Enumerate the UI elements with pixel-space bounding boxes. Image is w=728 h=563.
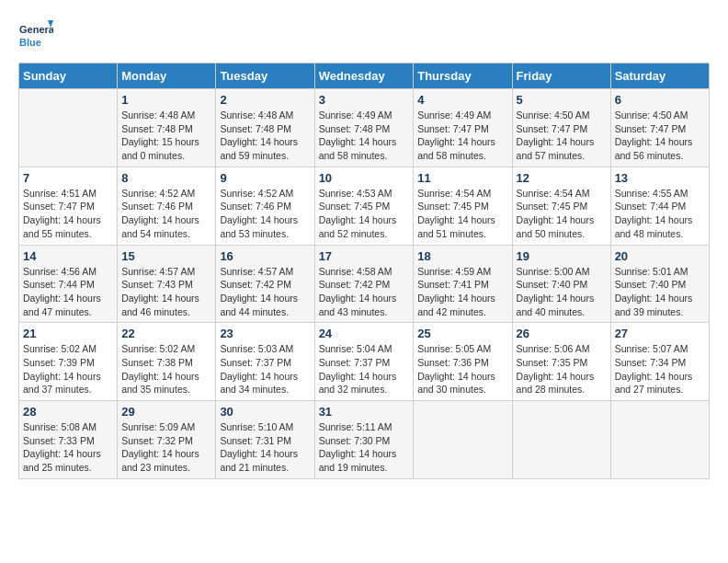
day-info: Sunrise: 4:59 AMSunset: 7:41 PMDaylight:… bbox=[417, 265, 507, 319]
calendar-cell: 10Sunrise: 4:53 AMSunset: 7:45 PMDayligh… bbox=[314, 167, 414, 245]
day-info: Sunrise: 5:11 AMSunset: 7:30 PMDaylight:… bbox=[319, 420, 410, 475]
day-info: Sunrise: 4:50 AMSunset: 7:47 PMDaylight:… bbox=[517, 109, 607, 163]
calendar-cell: 5Sunrise: 4:50 AMSunset: 7:47 PMDaylight… bbox=[512, 89, 610, 167]
calendar-cell bbox=[512, 401, 610, 479]
day-info: Sunrise: 4:58 AMSunset: 7:42 PMDaylight:… bbox=[319, 265, 410, 319]
day-info: Sunrise: 5:08 AMSunset: 7:33 PMDaylight:… bbox=[23, 420, 113, 475]
header-day-thursday: Thursday bbox=[414, 63, 512, 89]
day-info: Sunrise: 4:52 AMSunset: 7:46 PMDaylight:… bbox=[220, 187, 310, 241]
calendar-table: SundayMondayTuesdayWednesdayThursdayFrid… bbox=[18, 63, 710, 479]
day-number: 13 bbox=[615, 171, 705, 185]
calendar-cell: 27Sunrise: 5:07 AMSunset: 7:34 PMDayligh… bbox=[610, 323, 709, 401]
calendar-cell bbox=[414, 401, 512, 479]
day-info: Sunrise: 5:05 AMSunset: 7:36 PMDaylight:… bbox=[417, 342, 507, 396]
calendar-cell: 26Sunrise: 5:06 AMSunset: 7:35 PMDayligh… bbox=[512, 323, 610, 401]
day-number: 19 bbox=[517, 249, 607, 263]
day-number: 25 bbox=[417, 327, 507, 340]
day-number: 9 bbox=[220, 171, 310, 185]
header-day-sunday: Sunday bbox=[19, 63, 118, 89]
day-info: Sunrise: 4:49 AMSunset: 7:48 PMDaylight:… bbox=[319, 109, 410, 163]
day-info: Sunrise: 5:01 AMSunset: 7:40 PMDaylight:… bbox=[615, 265, 705, 319]
calendar-cell: 12Sunrise: 4:54 AMSunset: 7:45 PMDayligh… bbox=[512, 167, 610, 245]
day-number: 18 bbox=[417, 249, 507, 263]
day-info: Sunrise: 4:49 AMSunset: 7:47 PMDaylight:… bbox=[417, 109, 507, 163]
day-number: 8 bbox=[121, 171, 211, 185]
day-info: Sunrise: 4:57 AMSunset: 7:42 PMDaylight:… bbox=[220, 265, 310, 319]
calendar-cell: 11Sunrise: 4:54 AMSunset: 7:45 PMDayligh… bbox=[414, 167, 512, 245]
day-number: 31 bbox=[319, 405, 410, 419]
day-info: Sunrise: 4:50 AMSunset: 7:47 PMDaylight:… bbox=[615, 109, 705, 163]
day-number: 26 bbox=[517, 327, 607, 340]
calendar-cell: 15Sunrise: 4:57 AMSunset: 7:43 PMDayligh… bbox=[118, 245, 216, 323]
day-info: Sunrise: 5:06 AMSunset: 7:35 PMDaylight:… bbox=[517, 342, 607, 396]
logo-container: General Blue bbox=[18, 18, 53, 53]
day-info: Sunrise: 5:04 AMSunset: 7:37 PMDaylight:… bbox=[319, 342, 410, 396]
day-number: 14 bbox=[23, 249, 113, 263]
calendar-week-row: 7Sunrise: 4:51 AMSunset: 7:47 PMDaylight… bbox=[19, 167, 710, 245]
day-info: Sunrise: 4:57 AMSunset: 7:43 PMDaylight:… bbox=[121, 265, 211, 319]
day-number: 12 bbox=[517, 171, 607, 185]
day-info: Sunrise: 5:10 AMSunset: 7:31 PMDaylight:… bbox=[220, 420, 310, 475]
day-number: 29 bbox=[121, 405, 211, 419]
calendar-cell bbox=[610, 401, 709, 479]
calendar-cell: 30Sunrise: 5:10 AMSunset: 7:31 PMDayligh… bbox=[216, 401, 314, 479]
day-info: Sunrise: 5:02 AMSunset: 7:39 PMDaylight:… bbox=[23, 342, 113, 396]
day-number: 15 bbox=[121, 249, 211, 263]
calendar-cell: 2Sunrise: 4:48 AMSunset: 7:48 PMDaylight… bbox=[216, 89, 314, 167]
day-number: 6 bbox=[615, 93, 705, 107]
calendar-cell: 24Sunrise: 5:04 AMSunset: 7:37 PMDayligh… bbox=[314, 323, 414, 401]
day-number: 11 bbox=[417, 171, 507, 185]
day-number: 21 bbox=[23, 327, 113, 340]
calendar-cell: 18Sunrise: 4:59 AMSunset: 7:41 PMDayligh… bbox=[414, 245, 512, 323]
day-number: 2 bbox=[220, 93, 310, 107]
day-number: 28 bbox=[23, 405, 113, 419]
calendar-cell: 3Sunrise: 4:49 AMSunset: 7:48 PMDaylight… bbox=[314, 89, 414, 167]
day-number: 22 bbox=[121, 327, 211, 340]
day-info: Sunrise: 4:55 AMSunset: 7:44 PMDaylight:… bbox=[615, 187, 705, 241]
day-number: 7 bbox=[23, 171, 113, 185]
calendar-body: 1Sunrise: 4:48 AMSunset: 7:48 PMDaylight… bbox=[19, 89, 710, 479]
calendar-week-row: 21Sunrise: 5:02 AMSunset: 7:39 PMDayligh… bbox=[19, 323, 710, 401]
calendar-cell: 7Sunrise: 4:51 AMSunset: 7:47 PMDaylight… bbox=[19, 167, 118, 245]
calendar-week-row: 14Sunrise: 4:56 AMSunset: 7:44 PMDayligh… bbox=[19, 245, 710, 323]
day-info: Sunrise: 4:53 AMSunset: 7:45 PMDaylight:… bbox=[319, 187, 410, 241]
page-header: General Blue bbox=[18, 18, 710, 53]
day-number: 24 bbox=[319, 327, 410, 340]
logo-icon: General Blue bbox=[18, 18, 53, 53]
day-info: Sunrise: 4:48 AMSunset: 7:48 PMDaylight:… bbox=[121, 109, 211, 163]
calendar-cell: 25Sunrise: 5:05 AMSunset: 7:36 PMDayligh… bbox=[414, 323, 512, 401]
calendar-cell: 28Sunrise: 5:08 AMSunset: 7:33 PMDayligh… bbox=[19, 401, 118, 479]
day-number: 30 bbox=[220, 405, 310, 419]
calendar-cell: 14Sunrise: 4:56 AMSunset: 7:44 PMDayligh… bbox=[19, 245, 118, 323]
calendar-cell: 21Sunrise: 5:02 AMSunset: 7:39 PMDayligh… bbox=[19, 323, 118, 401]
day-number: 5 bbox=[517, 93, 607, 107]
day-info: Sunrise: 4:54 AMSunset: 7:45 PMDaylight:… bbox=[417, 187, 507, 241]
svg-text:Blue: Blue bbox=[19, 37, 41, 48]
calendar-cell: 6Sunrise: 4:50 AMSunset: 7:47 PMDaylight… bbox=[610, 89, 709, 167]
calendar-cell: 17Sunrise: 4:58 AMSunset: 7:42 PMDayligh… bbox=[314, 245, 414, 323]
calendar-header-row: SundayMondayTuesdayWednesdayThursdayFrid… bbox=[19, 63, 710, 89]
day-number: 16 bbox=[220, 249, 310, 263]
calendar-cell: 29Sunrise: 5:09 AMSunset: 7:32 PMDayligh… bbox=[118, 401, 216, 479]
day-info: Sunrise: 5:03 AMSunset: 7:37 PMDaylight:… bbox=[220, 342, 310, 396]
day-info: Sunrise: 4:56 AMSunset: 7:44 PMDaylight:… bbox=[23, 265, 113, 319]
day-number: 23 bbox=[220, 327, 310, 340]
day-number: 20 bbox=[615, 249, 705, 263]
day-info: Sunrise: 4:54 AMSunset: 7:45 PMDaylight:… bbox=[517, 187, 607, 241]
day-info: Sunrise: 4:48 AMSunset: 7:48 PMDaylight:… bbox=[220, 109, 310, 163]
calendar-cell: 20Sunrise: 5:01 AMSunset: 7:40 PMDayligh… bbox=[610, 245, 709, 323]
calendar-cell bbox=[19, 89, 118, 167]
calendar-cell: 1Sunrise: 4:48 AMSunset: 7:48 PMDaylight… bbox=[118, 89, 216, 167]
calendar-cell: 9Sunrise: 4:52 AMSunset: 7:46 PMDaylight… bbox=[216, 167, 314, 245]
day-number: 17 bbox=[319, 249, 410, 263]
calendar-cell: 8Sunrise: 4:52 AMSunset: 7:46 PMDaylight… bbox=[118, 167, 216, 245]
calendar-cell: 16Sunrise: 4:57 AMSunset: 7:42 PMDayligh… bbox=[216, 245, 314, 323]
logo: General Blue bbox=[18, 18, 53, 53]
day-number: 3 bbox=[319, 93, 410, 107]
calendar-cell: 23Sunrise: 5:03 AMSunset: 7:37 PMDayligh… bbox=[216, 323, 314, 401]
day-info: Sunrise: 5:00 AMSunset: 7:40 PMDaylight:… bbox=[517, 265, 607, 319]
calendar-week-row: 28Sunrise: 5:08 AMSunset: 7:33 PMDayligh… bbox=[19, 401, 710, 479]
header-day-friday: Friday bbox=[512, 63, 610, 89]
day-number: 4 bbox=[417, 93, 507, 107]
calendar-cell: 13Sunrise: 4:55 AMSunset: 7:44 PMDayligh… bbox=[610, 167, 709, 245]
